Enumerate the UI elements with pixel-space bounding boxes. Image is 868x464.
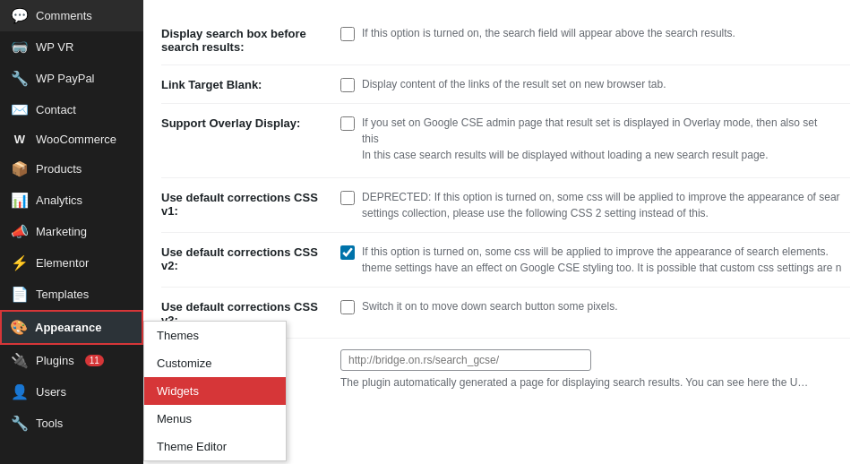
checkbox-css-v1[interactable] <box>340 191 355 205</box>
sidebar-item-products[interactable]: 📦 Products <box>0 153 143 185</box>
sidebar-item-label: Plugins <box>36 354 74 367</box>
templates-icon: 📄 <box>11 286 29 303</box>
sidebar-item-label: Appearance <box>35 321 101 334</box>
setting-desc-overlay: If you set on Google CSE admin page that… <box>362 115 837 167</box>
appearance-submenu: Themes Customize Widgets Menus Theme Edi… <box>143 321 287 461</box>
sidebar-item-marketing[interactable]: 📣 Marketing <box>0 216 143 247</box>
sidebar-item-contact[interactable]: ✉️ Contact <box>0 94 143 125</box>
setting-label-css-v1: Use default corrections CSS v1: <box>161 189 340 218</box>
plugins-icon: 🔌 <box>11 352 29 369</box>
analytics-icon: 📊 <box>11 192 29 209</box>
setting-control-css-v3: Switch it on to move down search button … <box>340 298 617 314</box>
sidebar-item-templates[interactable]: 📄 Templates <box>0 279 143 310</box>
setting-css-v1: Use default corrections CSS v1: DEPRECTE… <box>161 178 850 233</box>
setting-control-css-v1: DEPRECTED: If this option is turned on, … <box>340 189 840 221</box>
sidebar-item-label: WP VR <box>36 40 73 54</box>
setting-desc-css-v2: If this option is turned on, some css wi… <box>362 244 841 276</box>
setting-desc-link-target: Display content of the links of the resu… <box>362 76 666 92</box>
setting-desc-search-box: If this option is turned on, the search … <box>362 25 735 41</box>
checkbox-css-v3[interactable] <box>340 300 355 314</box>
sidebar-item-label: Marketing <box>36 225 87 238</box>
setting-control-css-v2: If this option is turned on, some css wi… <box>340 244 841 276</box>
sidebar-item-label: Users <box>36 385 66 399</box>
submenu-item-customize[interactable]: Customize <box>144 349 286 377</box>
setting-css-v2: Use default corrections CSS v2: If this … <box>161 233 850 288</box>
users-icon: 👤 <box>11 383 29 400</box>
url-input[interactable] <box>340 349 591 371</box>
sidebar-item-plugins[interactable]: 🔌 Plugins 11 <box>0 345 143 376</box>
sidebar-item-label: Products <box>36 162 82 176</box>
marketing-icon: 📣 <box>11 223 29 240</box>
submenu-item-themes[interactable]: Themes <box>144 322 286 349</box>
elementor-icon: ⚡ <box>11 254 29 271</box>
appearance-icon: 🎨 <box>10 319 28 336</box>
setting-desc-css-v1: DEPRECTED: If this option is turned on, … <box>362 189 840 221</box>
sidebar-item-woocommerce[interactable]: W WooCommerce <box>0 125 143 153</box>
setting-control-link-target: Display content of the links of the resu… <box>340 76 666 92</box>
checkbox-link-target[interactable] <box>340 78 355 92</box>
comments-icon: 💬 <box>11 7 29 24</box>
sidebar-item-label: WP PayPal <box>36 72 95 85</box>
woocommerce-icon: W <box>11 133 29 146</box>
wp-vr-icon: 🥽 <box>11 39 29 56</box>
setting-link-target: Link Target Blank: Display content of th… <box>161 65 850 104</box>
checkbox-search-box[interactable] <box>340 27 355 41</box>
sidebar-item-wp-paypal[interactable]: 🔧 WP PayPal <box>0 63 143 94</box>
submenu-item-widgets[interactable]: Widgets <box>144 377 286 405</box>
setting-desc-css-v3: Switch it on to move down search button … <box>362 298 617 314</box>
contact-icon: ✉️ <box>11 101 29 118</box>
sidebar-item-label: WooCommerce <box>36 133 116 146</box>
sidebar-item-users[interactable]: 👤 Users <box>0 376 143 408</box>
plugins-badge: 11 <box>85 355 104 366</box>
setting-control-overlay: If you set on Google CSE admin page that… <box>340 115 837 167</box>
sidebar-item-tools[interactable]: 🔧 Tools <box>0 408 143 439</box>
submenu-item-menus[interactable]: Menus <box>144 405 286 433</box>
sidebar-item-label: Comments <box>36 9 92 22</box>
sidebar-item-appearance[interactable]: 🎨 Appearance <box>0 310 143 345</box>
sidebar-item-wp-vr[interactable]: 🥽 WP VR <box>0 31 143 63</box>
setting-label-css-v2: Use default corrections CSS v2: <box>161 244 340 272</box>
sidebar-item-comments[interactable]: 💬 Comments <box>0 0 143 31</box>
setting-desc-url: The plugin automatically generated a pag… <box>340 374 815 391</box>
sidebar-item-label: Contact <box>36 103 76 116</box>
checkbox-css-v2[interactable] <box>340 245 355 260</box>
sidebar-item-label: Tools <box>36 417 63 430</box>
setting-control-url: The plugin automatically generated a pag… <box>340 349 815 391</box>
setting-label-link-target: Link Target Blank: <box>161 76 340 91</box>
setting-label-search-box: Display search box before search results… <box>161 25 340 54</box>
sidebar-item-analytics[interactable]: 📊 Analytics <box>0 185 143 216</box>
sidebar-item-label: Analytics <box>36 193 82 207</box>
wp-paypal-icon: 🔧 <box>11 70 29 87</box>
checkbox-overlay[interactable] <box>340 116 355 131</box>
setting-label-overlay: Support Overlay Display: <box>161 115 340 130</box>
sidebar: 💬 Comments 🥽 WP VR 🔧 WP PayPal ✉️ Contac… <box>0 0 143 464</box>
setting-overlay-display: Support Overlay Display: If you set on G… <box>161 104 850 178</box>
sidebar-item-label: Templates <box>36 288 89 301</box>
products-icon: 📦 <box>11 160 29 177</box>
tools-icon: 🔧 <box>11 415 29 432</box>
submenu-item-theme-editor[interactable]: Theme Editor <box>144 433 286 460</box>
sidebar-item-elementor[interactable]: ⚡ Elementor <box>0 247 143 279</box>
sidebar-item-label: Elementor <box>36 256 89 270</box>
setting-control-search-box: If this option is turned on, the search … <box>340 25 735 41</box>
setting-search-box: Display search box before search results… <box>161 14 850 65</box>
